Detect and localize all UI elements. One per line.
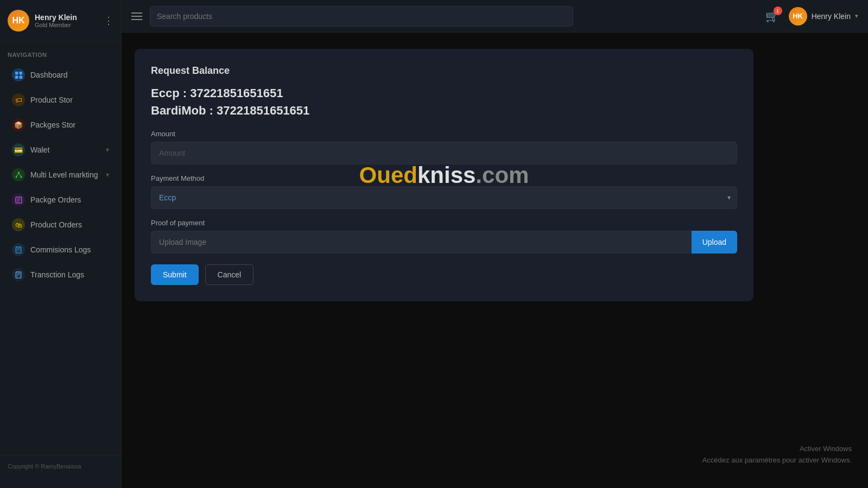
dashboard-icon xyxy=(12,68,25,81)
main-content: Ouedkniss.com Request Balance Eccp : 372… xyxy=(122,33,868,488)
sidebar-label-product-store: Product Stor xyxy=(30,96,109,104)
sidebar-label-wallet: Walet xyxy=(30,145,106,154)
eccp-line: Eccp : 37221851651651 xyxy=(151,86,737,100)
sidebar-label-transaction-logs: Transction Logs xyxy=(30,270,109,279)
sidebar-item-wallet[interactable]: 💳 Walet ▾ xyxy=(4,138,117,162)
wallet-icon: 💳 xyxy=(12,143,25,156)
user-role: Gold Member xyxy=(35,22,113,28)
form-actions: Submit Cancel xyxy=(151,264,737,285)
mlm-chevron-icon: ▾ xyxy=(106,171,109,179)
sidebar-item-commissions-logs[interactable]: Commisions Logs xyxy=(4,238,117,262)
transaction-logs-icon xyxy=(12,268,25,281)
sidebar-item-transaction-logs[interactable]: Transction Logs xyxy=(4,263,117,287)
cart-badge: 1 xyxy=(774,7,782,15)
form-title: Request Balance xyxy=(151,65,737,77)
user-profile-section: HK Henry Klein Gold Member ⋮ xyxy=(0,0,121,42)
sidebar-item-dashboard[interactable]: Dashboard xyxy=(4,63,117,87)
product-store-icon: 🏷 xyxy=(12,93,25,106)
svg-point-5 xyxy=(15,176,17,178)
bardi-line: BardiMob : 37221851651651 xyxy=(151,104,737,118)
copyright-text: Copyright © RamyBenaissa xyxy=(8,463,81,470)
header-right: 🛒 1 HK Henry Klein ▾ xyxy=(765,7,858,26)
user-menu-dots-button[interactable]: ⋮ xyxy=(104,15,113,27)
request-balance-card: Ouedkniss.com Request Balance Eccp : 372… xyxy=(135,49,753,301)
sidebar-label-dashboard: Dashboard xyxy=(30,71,109,79)
svg-point-6 xyxy=(20,176,22,178)
amount-input[interactable] xyxy=(151,142,737,164)
svg-line-7 xyxy=(16,173,18,175)
windows-activation-notice: Activer Windows Accédez aux paramètres p… xyxy=(702,443,852,466)
header: 🛒 1 HK Henry Klein ▾ xyxy=(122,0,868,33)
proof-label: Proof of payment xyxy=(151,219,737,227)
svg-rect-0 xyxy=(15,72,18,74)
svg-rect-3 xyxy=(19,75,22,78)
header-user-name: Henry Klein xyxy=(812,12,851,21)
windows-notice-line2: Accédez aux paramètres pour activer Wind… xyxy=(702,455,852,466)
sidebar-item-product-orders[interactable]: 🛍 Product Orders xyxy=(4,213,117,237)
mlm-icon xyxy=(12,168,25,181)
sidebar-item-product-store[interactable]: 🏷 Product Stor xyxy=(4,88,117,112)
payment-method-wrapper: Eccp BardiMob CCP ▾ xyxy=(151,186,737,209)
sidebar-footer: Copyright © RamyBenaissa xyxy=(0,455,121,477)
eccp-value: 37221851651651 xyxy=(190,86,283,100)
cart-button[interactable]: 🛒 1 xyxy=(765,10,779,23)
proof-input[interactable] xyxy=(151,231,692,253)
sidebar: HK Henry Klein Gold Member ⋮ Navigation … xyxy=(0,0,122,488)
package-orders-icon xyxy=(12,193,25,206)
header-user-menu[interactable]: HK Henry Klein ▾ xyxy=(789,7,858,26)
sidebar-item-packages-store[interactable]: 📦 Packges Stor xyxy=(4,113,117,137)
bardi-value: 37221851651651 xyxy=(217,104,309,117)
avatar: HK xyxy=(8,10,29,31)
upload-button[interactable]: Upload xyxy=(692,231,737,253)
eccp-label: Eccp : xyxy=(151,86,187,100)
cancel-button[interactable]: Cancel xyxy=(205,264,254,285)
hamburger-button[interactable] xyxy=(131,12,142,20)
nav-section-label: Navigation xyxy=(0,42,121,62)
wallet-chevron-icon: ▾ xyxy=(106,146,109,154)
search-bar xyxy=(150,6,573,27)
sidebar-label-package-orders: Packge Orders xyxy=(30,195,109,204)
product-orders-icon: 🛍 xyxy=(12,218,25,231)
packages-store-icon: 📦 xyxy=(12,118,25,131)
payment-method-select[interactable]: Eccp BardiMob CCP xyxy=(151,186,737,209)
sidebar-label-commissions-logs: Commisions Logs xyxy=(30,245,109,254)
user-info: Henry Klein Gold Member xyxy=(35,13,113,28)
amount-label: Amount xyxy=(151,130,737,138)
commissions-logs-icon xyxy=(12,243,25,256)
bardi-label: BardiMob : xyxy=(151,104,213,117)
user-name: Henry Klein xyxy=(35,13,113,22)
sidebar-label-mlm: Multi Level markting xyxy=(30,170,106,179)
proof-row: Upload xyxy=(151,231,737,253)
submit-button[interactable]: Submit xyxy=(151,264,199,285)
sidebar-item-package-orders[interactable]: Packge Orders xyxy=(4,188,117,212)
svg-rect-1 xyxy=(19,72,22,74)
windows-notice-line1: Activer Windows xyxy=(702,443,852,455)
header-avatar: HK xyxy=(789,7,807,26)
main-area: 🛒 1 HK Henry Klein ▾ Ouedkniss.com Reque… xyxy=(122,0,868,488)
sidebar-label-packages-store: Packges Stor xyxy=(30,121,109,129)
svg-rect-2 xyxy=(15,75,18,78)
payment-method-label: Payment Method xyxy=(151,174,737,182)
sidebar-label-product-orders: Product Orders xyxy=(30,220,109,229)
svg-line-8 xyxy=(18,173,21,175)
svg-point-4 xyxy=(17,172,19,173)
header-user-chevron-icon: ▾ xyxy=(855,12,858,20)
search-input[interactable] xyxy=(157,12,566,21)
sidebar-item-mlm[interactable]: Multi Level markting ▾ xyxy=(4,163,117,187)
